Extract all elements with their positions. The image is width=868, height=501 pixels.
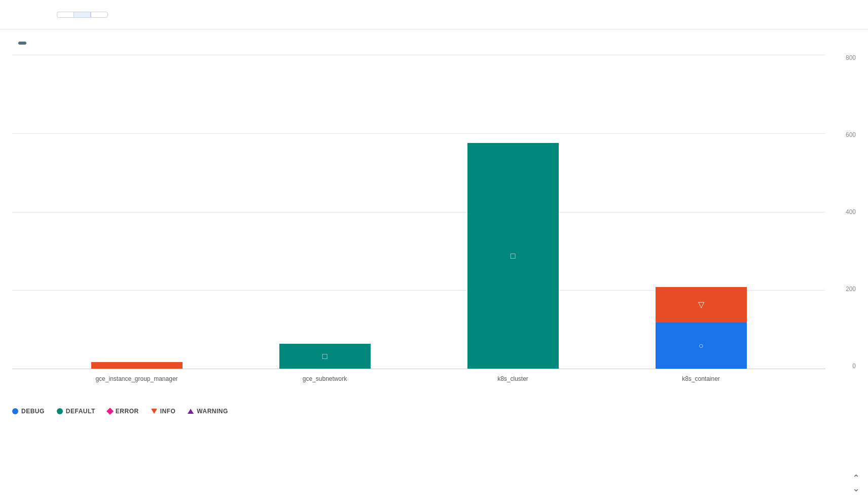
legend-item-info: INFO	[151, 408, 176, 415]
y-label-200: 200	[828, 286, 856, 292]
x-label-3: k8s_container	[607, 375, 795, 382]
x-label-0: gce_instance_group_manager	[43, 375, 231, 382]
legend: DEBUGDEFAULTERRORINFOWARNING	[0, 400, 868, 423]
bar-group-1: □	[231, 344, 419, 369]
bar-stack-3: ○▽	[656, 287, 747, 369]
bar-segment-3-1: ▽	[656, 287, 747, 323]
plot-area: □□○▽	[12, 55, 825, 369]
bar-segment-1-0: □	[279, 344, 371, 369]
bar-group-3: ○▽	[607, 287, 795, 369]
legend-label-info: INFO	[160, 408, 176, 415]
square-icon: □	[322, 352, 328, 361]
x-labels: gce_instance_group_managergce_subnetwork…	[12, 371, 825, 400]
legend-item-error: ERROR	[107, 408, 139, 415]
view-toggle-group	[57, 12, 108, 18]
bar-segment-2-0: □	[467, 143, 559, 369]
header	[0, 0, 868, 29]
y-label-800: 800	[828, 55, 856, 61]
legend-item-debug: DEBUG	[12, 408, 45, 415]
y-axis: 800 600 400 200 0	[828, 55, 856, 369]
bar-segment-3-0: ○	[656, 323, 747, 369]
y-label-400: 400	[828, 209, 856, 215]
toggle-chart-button[interactable]	[74, 12, 91, 18]
legend-label-warning: WARNING	[197, 408, 228, 415]
square-icon: □	[511, 252, 516, 260]
bar-stack-1: □	[279, 344, 371, 369]
bar-stack-0	[91, 362, 183, 369]
chart-container: □□○▽ gce_instance_group_managergce_subne…	[12, 55, 856, 400]
chart-section: □□○▽ gce_instance_group_managergce_subne…	[0, 29, 868, 400]
x-label-1: gce_subnetwork	[231, 375, 419, 382]
scroll-indicator[interactable]: ⌃ ⌄	[852, 474, 860, 493]
bar-group-0	[43, 362, 231, 369]
legend-diamond-icon-2	[106, 408, 114, 415]
bar-stack-2: □	[467, 143, 559, 369]
legend-label-default: DEFAULT	[66, 408, 95, 415]
bar-segment-0-0	[91, 362, 183, 369]
legend-dot-icon-0	[12, 408, 18, 414]
scroll-down-icon[interactable]: ⌄	[852, 484, 860, 493]
bars-area: □□○▽	[12, 55, 825, 369]
y-label-0: 0	[828, 363, 856, 369]
legend-dot-icon-1	[57, 408, 63, 414]
legend-label-error: ERROR	[116, 408, 139, 415]
legend-label-debug: DEBUG	[21, 408, 45, 415]
triangle-down-icon: ▽	[698, 301, 704, 309]
circle-icon: ○	[699, 342, 704, 350]
x-label-2: k8s_cluster	[419, 375, 607, 382]
preview-badge	[18, 42, 26, 45]
toggle-both-button[interactable]	[91, 12, 108, 18]
y-label-600: 600	[828, 132, 856, 138]
legend-triangle-down-icon-3	[151, 409, 157, 414]
legend-triangle-up-icon-4	[188, 409, 194, 414]
scroll-up-icon[interactable]: ⌃	[852, 474, 860, 483]
legend-item-default: DEFAULT	[57, 408, 95, 415]
bar-group-2: □	[419, 143, 607, 369]
chart-title-row	[12, 42, 856, 45]
legend-item-warning: WARNING	[188, 408, 228, 415]
toggle-table-button[interactable]	[57, 12, 74, 18]
